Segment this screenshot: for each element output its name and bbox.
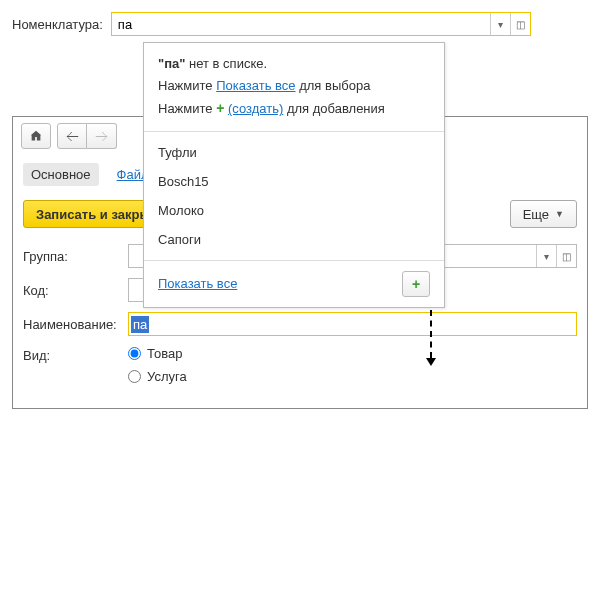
group-label: Группа:: [23, 249, 128, 264]
open-dialog-icon[interactable]: ◫: [556, 245, 576, 267]
show-all-footer-link[interactable]: Показать все: [158, 276, 237, 291]
kind-label: Вид:: [23, 346, 128, 363]
add-button[interactable]: +: [402, 271, 430, 297]
dropdown-footer: Показать все +: [144, 260, 444, 307]
list-item[interactable]: Туфли: [144, 138, 444, 167]
code-label: Код:: [23, 283, 128, 298]
list-item[interactable]: Сапоги: [144, 225, 444, 254]
show-all-link[interactable]: Показать все: [216, 78, 295, 93]
home-icon: [29, 129, 43, 143]
back-button[interactable]: 🡠: [57, 123, 87, 149]
kind-radio-group: Товар Услуга: [128, 346, 187, 384]
tab-main[interactable]: Основное: [23, 163, 99, 186]
list-item[interactable]: Bosch15: [144, 167, 444, 196]
name-label: Наименование:: [23, 317, 128, 332]
home-button[interactable]: [21, 123, 51, 149]
dropdown-header: "па" нет в списке. Нажмите Показать все …: [144, 43, 444, 132]
nomenclature-input-combo[interactable]: ▾ ◫: [111, 12, 531, 36]
kind-service-radio[interactable]: Услуга: [128, 369, 187, 384]
kind-product-radio[interactable]: Товар: [128, 346, 187, 361]
nomenclature-input[interactable]: [112, 13, 490, 35]
autocomplete-dropdown: "па" нет в списке. Нажмите Показать все …: [143, 42, 445, 308]
create-link[interactable]: (создать): [228, 101, 283, 116]
dropdown-toggle-icon[interactable]: ▾: [536, 245, 556, 267]
name-input-selection: па: [131, 316, 149, 333]
list-item[interactable]: Молоко: [144, 196, 444, 225]
nomenclature-label: Номенклатура:: [12, 17, 103, 32]
plus-icon: +: [216, 100, 224, 116]
search-term: "па": [158, 56, 185, 71]
open-dialog-icon[interactable]: ◫: [510, 13, 530, 35]
dropdown-list: Туфли Bosch15 Молоко Сапоги: [144, 132, 444, 260]
more-button[interactable]: Еще▼: [510, 200, 577, 228]
name-input[interactable]: па: [128, 312, 577, 336]
nomenclature-field-row: Номенклатура: ▾ ◫: [12, 12, 588, 36]
chevron-down-icon: ▼: [555, 209, 564, 219]
dropdown-toggle-icon[interactable]: ▾: [490, 13, 510, 35]
forward-button: 🡢: [87, 123, 117, 149]
